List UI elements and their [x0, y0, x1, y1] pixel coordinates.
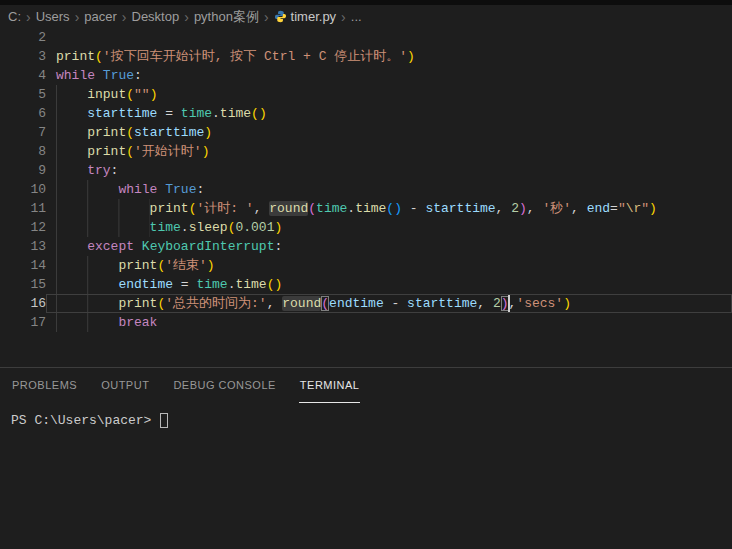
breadcrumb-item[interactable]: Desktop: [132, 9, 180, 24]
code-token: end: [587, 201, 610, 216]
line-code[interactable]: try:: [46, 161, 732, 180]
code-token: time: [196, 277, 227, 292]
code-token: (: [251, 106, 259, 121]
line-code[interactable]: while True:: [46, 180, 732, 199]
line-code[interactable]: print('开始计时'): [46, 142, 732, 161]
code-token: =: [173, 277, 196, 292]
indent-guide: [56, 313, 118, 332]
line-code[interactable]: break: [46, 313, 732, 332]
line-code[interactable]: [46, 28, 732, 47]
breadcrumb-item[interactable]: ...: [351, 9, 362, 24]
line-number[interactable]: 14: [0, 256, 46, 275]
terminal-cursor: [160, 413, 168, 428]
indent-guide: [56, 237, 87, 256]
line-code[interactable]: endtime = time.time(): [46, 275, 732, 294]
code-token: starttime: [87, 106, 157, 121]
code-line: 3print('按下回车开始计时, 按下 Ctrl + C 停止计时。'): [0, 47, 732, 66]
line-number[interactable]: 15: [0, 275, 46, 294]
indent-guide: [56, 85, 87, 104]
breadcrumb-item[interactable]: C:: [8, 9, 21, 24]
code-token: :: [274, 239, 282, 254]
code-token: except: [87, 239, 134, 254]
code-line: 11print('计时: ', round(time.time() - star…: [0, 199, 732, 218]
panel-tabs: PROBLEMSOUTPUTDEBUG CONSOLETERMINAL: [0, 368, 732, 403]
breadcrumb-item[interactable]: pacer: [84, 9, 117, 24]
code-token: ): [274, 220, 282, 235]
code-token: try: [87, 163, 110, 178]
line-number[interactable]: 4: [0, 66, 46, 85]
line-number[interactable]: 17: [0, 313, 46, 332]
line-number[interactable]: 12: [0, 218, 46, 237]
code-token: starttime: [425, 201, 495, 216]
line-code[interactable]: input(""): [46, 85, 732, 104]
code-token: :: [111, 163, 119, 178]
breadcrumb-item[interactable]: python案例: [194, 8, 259, 26]
code-token: ): [563, 296, 571, 311]
line-number[interactable]: 11: [0, 199, 46, 218]
breadcrumb: C:›Users›pacer›Desktop›python案例›timer.py…: [0, 5, 732, 28]
code-token: ,: [496, 201, 512, 216]
line-number[interactable]: 9: [0, 161, 46, 180]
python-icon: [274, 10, 287, 23]
code-line: 12time.sleep(0.001): [0, 218, 732, 237]
line-number[interactable]: 2: [0, 28, 46, 47]
terminal[interactable]: PS C:\Users\pacer>: [0, 403, 732, 429]
code-token: '秒': [542, 201, 571, 216]
indent-guide: [56, 123, 87, 142]
breadcrumb-item[interactable]: Users: [36, 9, 70, 24]
code-token: ): [207, 258, 215, 273]
code-token: sleep: [189, 220, 228, 235]
code-token: (: [386, 201, 394, 216]
code-token: ,: [571, 201, 587, 216]
indent-guide: [56, 275, 118, 294]
indent-guide: [56, 294, 118, 313]
code-token: round: [282, 296, 321, 311]
code-token: =: [157, 106, 180, 121]
code-token: .: [212, 106, 220, 121]
line-code[interactable]: time.sleep(0.001): [46, 218, 732, 237]
code-area[interactable]: 23print('按下回车开始计时, 按下 Ctrl + C 停止计时。')4w…: [0, 28, 732, 332]
code-token: print: [56, 49, 95, 64]
line-number[interactable]: 6: [0, 104, 46, 123]
line-code[interactable]: print('总共的时间为:', round(endtime - startti…: [46, 294, 732, 313]
line-number[interactable]: 10: [0, 180, 46, 199]
code-token: ": [618, 201, 626, 216]
breadcrumb-item[interactable]: timer.py: [274, 9, 337, 24]
code-token: (: [126, 87, 134, 102]
breadcrumb-separator: ›: [122, 10, 127, 24]
code-token: print: [118, 258, 157, 273]
code-token: True: [165, 182, 196, 197]
line-code[interactable]: print('结束'): [46, 256, 732, 275]
line-code[interactable]: starttime = time.time(): [46, 104, 732, 123]
panel-tab-terminal[interactable]: TERMINAL: [299, 368, 361, 403]
code-token: input: [87, 87, 126, 102]
panel-tab-debug-console[interactable]: DEBUG CONSOLE: [172, 368, 276, 403]
code-line: 2: [0, 28, 732, 47]
code-line: 9try:: [0, 161, 732, 180]
line-number[interactable]: 7: [0, 123, 46, 142]
line-code[interactable]: print('计时: ', round(time.time() - startt…: [46, 199, 732, 218]
code-token: ): [150, 87, 158, 102]
line-code[interactable]: print('按下回车开始计时, 按下 Ctrl + C 停止计时。'): [46, 47, 732, 66]
code-token: '结束': [165, 258, 207, 273]
bottom-panel: PROBLEMSOUTPUTDEBUG CONSOLETERMINAL PS C…: [0, 367, 732, 549]
code-token: (: [321, 296, 329, 311]
code-token: print: [118, 296, 157, 311]
line-code[interactable]: except KeyboardInterrupt:: [46, 237, 732, 256]
line-code[interactable]: print(starttime): [46, 123, 732, 142]
line-number[interactable]: 5: [0, 85, 46, 104]
code-token: time: [355, 201, 386, 216]
code-line: 15endtime = time.time(): [0, 275, 732, 294]
panel-tab-output[interactable]: OUTPUT: [100, 368, 150, 403]
line-number[interactable]: 13: [0, 237, 46, 256]
line-number[interactable]: 3: [0, 47, 46, 66]
indent-guide: [56, 180, 118, 199]
breadcrumb-separator: ›: [341, 10, 346, 24]
indent-guide: [56, 199, 150, 218]
code-token: \r: [626, 201, 642, 216]
line-number[interactable]: 16: [0, 294, 46, 313]
code-token: starttime: [407, 296, 477, 311]
line-number[interactable]: 8: [0, 142, 46, 161]
panel-tab-problems[interactable]: PROBLEMS: [11, 368, 78, 403]
line-code[interactable]: while True:: [46, 66, 732, 85]
